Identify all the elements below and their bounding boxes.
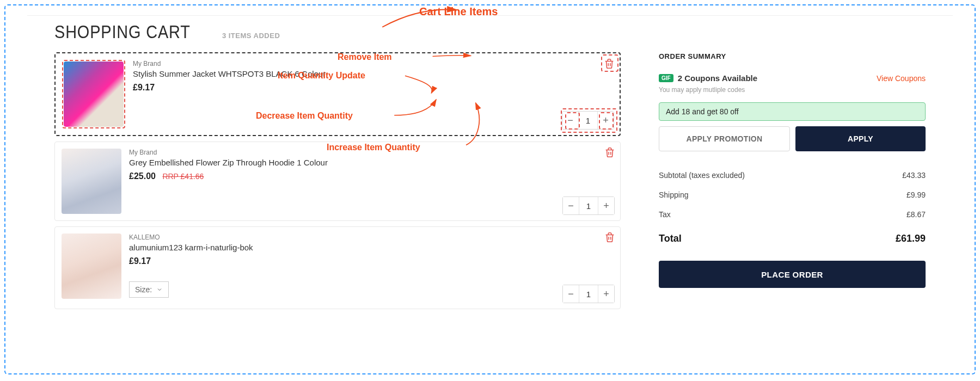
tax-value: £8.67	[906, 210, 926, 219]
trash-icon	[604, 231, 616, 243]
item-info: My Brand Stylish Summer Jacket WHTSPOT3 …	[133, 60, 613, 128]
subtotal-label: Subtotal (taxes excluded)	[659, 171, 745, 180]
summary-row-total: Total £61.99	[659, 224, 926, 250]
decrease-quantity-button[interactable]: −	[562, 112, 579, 129]
apply-promotion-button[interactable]: APPLY PROMOTION	[659, 126, 790, 151]
annotation-decrease: Decrease Item Quantity	[256, 111, 353, 121]
item-info: My Brand Grey Embellished Flower Zip Thr…	[129, 149, 614, 214]
cart-column: My Brand Stylish Summer Jacket WHTSPOT3 …	[54, 52, 621, 315]
decrease-quantity-button[interactable]: −	[563, 285, 579, 303]
place-order-button[interactable]: PLACE ORDER	[659, 261, 926, 288]
remove-item-button[interactable]	[604, 146, 616, 158]
product-brand: KALLEMO	[129, 233, 614, 241]
subtotal-value: £43.33	[902, 171, 926, 180]
quantity-stepper: − 1 +	[562, 196, 615, 215]
annotation-remove-item: Remove Item	[338, 52, 392, 62]
product-image	[64, 62, 124, 127]
shipping-label: Shipping	[659, 190, 689, 199]
product-price: £9.17	[133, 83, 613, 93]
total-label: Total	[659, 233, 682, 244]
product-name: Stylish Summer Jacket WHTSPOT3 BLACK 6 C…	[133, 69, 613, 78]
size-label: Size:	[135, 285, 152, 294]
increase-quantity-button[interactable]: +	[598, 197, 614, 214]
coupons-available: 2 Coupons Available	[678, 73, 757, 83]
highlight-image-box	[62, 60, 125, 128]
view-coupons-link[interactable]: View Coupons	[877, 74, 926, 83]
product-price: £25.00 RRP £41.66	[129, 171, 614, 181]
rrp-price: RRP £41.66	[162, 172, 204, 181]
product-name: alumunium123 karm-i-naturlig-bok	[129, 243, 614, 252]
increase-quantity-button[interactable]: +	[597, 112, 614, 129]
item-info: KALLEMO alumunium123 karm-i-naturlig-bok…	[129, 233, 614, 299]
quantity-value: 1	[579, 112, 597, 129]
summary-row-subtotal: Subtotal (taxes excluded) £43.33	[659, 165, 926, 185]
summary-row-tax: Tax £8.67	[659, 205, 926, 224]
quantity-stepper: − 1 +	[562, 111, 614, 130]
annotation-cart-line-items: Cart Line Items	[419, 5, 498, 18]
apply-row: APPLY PROMOTION APPLY	[659, 126, 926, 151]
trash-icon	[603, 58, 615, 70]
items-added-label: 3 ITEMS ADDED	[222, 32, 280, 40]
product-name: Grey Embellished Flower Zip Through Hood…	[129, 158, 614, 167]
page-header: SHOPPING CART 3 ITEMS ADDED	[54, 21, 926, 42]
price-value: £25.00	[129, 171, 156, 181]
product-image	[62, 233, 121, 299]
summary-row-shipping: Shipping £9.99	[659, 185, 926, 205]
order-summary-title: ORDER SUMMARY	[659, 52, 926, 60]
total-value: £61.99	[896, 233, 926, 244]
quantity-value: 1	[579, 197, 598, 214]
product-image	[62, 149, 121, 214]
remove-item-button[interactable]	[603, 58, 615, 70]
increase-quantity-button[interactable]: +	[598, 285, 614, 303]
remove-item-button[interactable]	[604, 231, 616, 243]
coupons-sub: You may apply mutliple codes	[659, 86, 926, 94]
cart-item: KALLEMO alumunium123 karm-i-naturlig-bok…	[54, 226, 621, 309]
coupons-row: GIF 2 Coupons Available View Coupons	[659, 73, 926, 83]
annotation-increase: Increase Item Quantity	[327, 143, 420, 152]
decrease-quantity-button[interactable]: −	[563, 197, 579, 214]
cart-item: My Brand Grey Embellished Flower Zip Thr…	[54, 142, 621, 221]
coupons-left: GIF 2 Coupons Available	[659, 73, 757, 83]
gif-badge: GIF	[659, 74, 673, 82]
cart-item: My Brand Stylish Summer Jacket WHTSPOT3 …	[54, 52, 621, 136]
chevron-down-icon	[156, 286, 163, 293]
tax-label: Tax	[659, 210, 671, 219]
order-summary: ORDER SUMMARY GIF 2 Coupons Available Vi…	[659, 52, 926, 288]
size-select[interactable]: Size:	[129, 281, 169, 298]
quantity-stepper: − 1 +	[562, 285, 615, 303]
shipping-value: £9.99	[906, 190, 926, 199]
trash-icon	[604, 146, 616, 158]
main-columns: My Brand Stylish Summer Jacket WHTSPOT3 …	[54, 52, 926, 315]
page-title: SHOPPING CART	[54, 21, 191, 42]
product-price: £9.17	[129, 256, 614, 266]
promo-banner: Add 18 and get 80 off	[659, 102, 926, 121]
apply-button[interactable]: APPLY	[795, 126, 926, 151]
quantity-value: 1	[579, 285, 598, 303]
app-frame: SHOPPING CART 3 ITEMS ADDED My Brand Sty…	[4, 4, 976, 374]
annotation-item-qty-update: Item Quantity Update	[278, 71, 365, 81]
